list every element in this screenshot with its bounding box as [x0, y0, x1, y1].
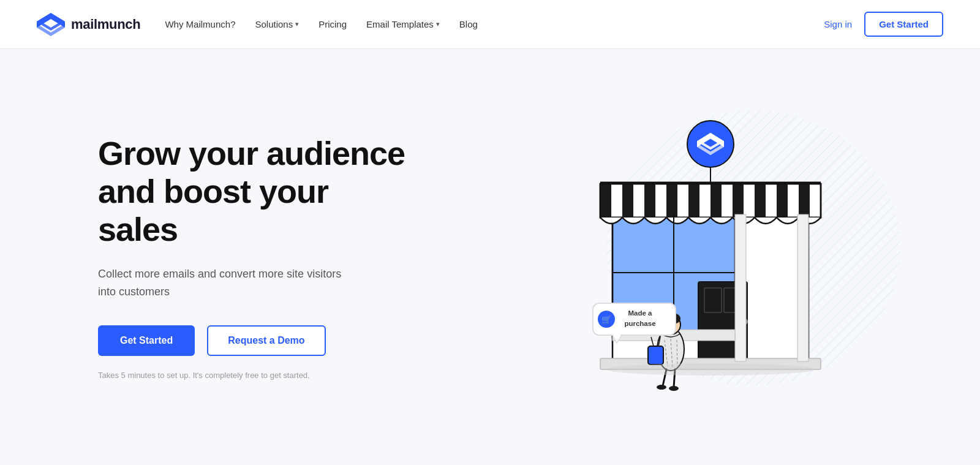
chevron-down-icon: ▾ [295, 20, 299, 28]
signin-link[interactable]: Sign in [824, 19, 852, 29]
hero-note: Takes 5 minutes to set up. It's complete… [98, 371, 417, 380]
hero-illustration: 🛒 Made a purchase [539, 104, 907, 410]
svg-text:Made a: Made a [628, 309, 653, 317]
hero-content: Grow your audience and boost your sales … [98, 134, 417, 380]
hero-section: Grow your audience and boost your sales … [0, 49, 980, 465]
svg-rect-13 [622, 184, 633, 217]
nav-link-solutions[interactable]: Solutions ▾ [255, 19, 299, 29]
store-illustration: 🛒 Made a purchase [551, 116, 870, 392]
svg-rect-42 [648, 346, 663, 365]
get-started-nav-button[interactable]: Get Started [864, 12, 943, 37]
svg-rect-12 [600, 184, 611, 217]
svg-rect-17 [710, 184, 722, 217]
svg-point-52 [606, 363, 815, 376]
svg-rect-21 [799, 184, 810, 217]
nav-item-why-mailmunch[interactable]: Why Mailmunch? [165, 19, 235, 29]
request-demo-button[interactable]: Request a Demo [207, 325, 325, 356]
svg-point-38 [669, 386, 679, 391]
nav-link-blog[interactable]: Blog [459, 19, 478, 29]
nav-link-why-mailmunch[interactable]: Why Mailmunch? [165, 19, 235, 29]
svg-point-37 [657, 385, 666, 390]
chevron-down-icon-2: ▾ [436, 20, 440, 28]
hero-buttons: Get Started Request a Demo [98, 325, 417, 356]
svg-rect-30 [797, 214, 809, 361]
nav-item-blog[interactable]: Blog [459, 19, 478, 29]
svg-text:🛒: 🛒 [601, 314, 612, 325]
svg-rect-16 [688, 184, 699, 217]
nav-right: Sign in Get Started [824, 12, 943, 37]
main-nav: mailmunch Why Mailmunch? Solutions ▾ Pri… [0, 0, 980, 49]
logo-link[interactable]: mailmunch [37, 13, 140, 36]
nav-link-email-templates[interactable]: Email Templates ▾ [366, 19, 440, 29]
svg-rect-19 [755, 184, 766, 217]
svg-rect-14 [644, 184, 655, 217]
logo-text: mailmunch [71, 17, 140, 32]
svg-rect-18 [733, 184, 744, 217]
get-started-hero-button[interactable]: Get Started [98, 325, 195, 356]
nav-links: Why Mailmunch? Solutions ▾ Pricing Email… [165, 19, 477, 29]
svg-rect-20 [777, 184, 788, 217]
svg-rect-15 [666, 184, 677, 217]
svg-text:purchase: purchase [624, 320, 655, 327]
nav-item-email-templates[interactable]: Email Templates ▾ [366, 19, 440, 29]
nav-item-solutions[interactable]: Solutions ▾ [255, 19, 299, 29]
hero-subtitle: Collect more emails and convert more sit… [98, 265, 355, 301]
nav-link-pricing[interactable]: Pricing [318, 19, 347, 29]
hero-title: Grow your audience and boost your sales [98, 134, 417, 248]
svg-rect-29 [735, 214, 746, 361]
logo-icon [37, 13, 65, 36]
nav-left: mailmunch Why Mailmunch? Solutions ▾ Pri… [37, 13, 478, 36]
nav-item-pricing[interactable]: Pricing [318, 19, 347, 29]
